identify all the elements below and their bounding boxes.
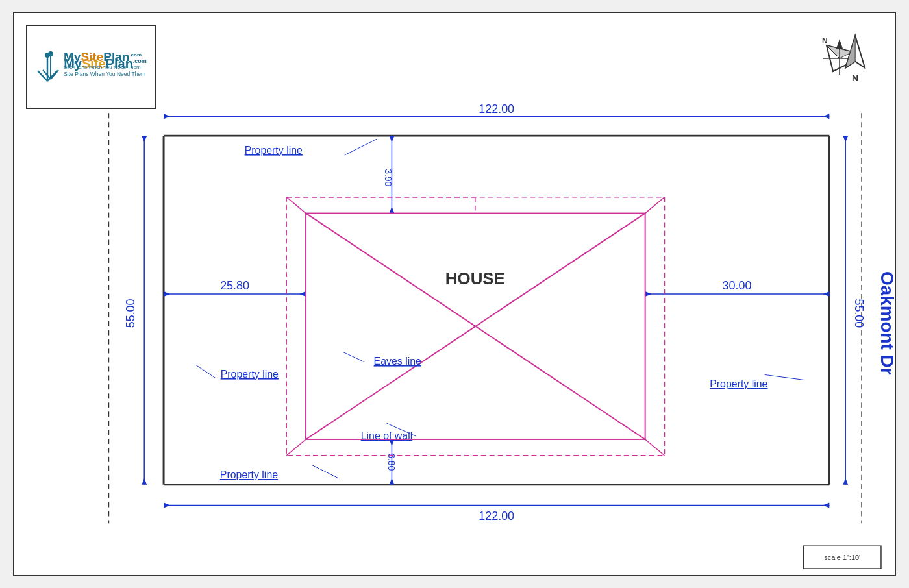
svg-point-63	[48, 51, 53, 56]
dim-left-setback: 25.80	[220, 279, 249, 292]
svg-line-61	[43, 70, 51, 79]
svg-marker-23	[142, 136, 147, 142]
svg-line-50	[345, 139, 377, 155]
property-line-bottom-label: Property line	[220, 469, 278, 480]
svg-line-46	[286, 439, 306, 456]
logo-box: MySitePlan.com Site Plans When You Need …	[26, 25, 156, 109]
property-line-top-label: Property line	[245, 145, 303, 156]
street-name-label: Oakmont Dr	[877, 271, 895, 375]
svg-line-62	[51, 70, 58, 79]
svg-marker-17	[164, 114, 170, 119]
property-line-right-label: Property line	[710, 378, 767, 389]
svg-marker-26	[843, 136, 848, 142]
eaves-line-label: Eaves line	[374, 356, 422, 367]
dim-bottom-width: 122.00	[479, 509, 514, 522]
house-label: HOUSE	[445, 269, 505, 288]
scale-label: scale 1":10'	[824, 554, 860, 561]
svg-marker-35	[164, 291, 170, 297]
svg-line-52	[765, 374, 804, 380]
svg-marker-38	[645, 291, 652, 297]
svg-line-53	[312, 465, 338, 478]
property-line-left-label: Property line	[221, 369, 279, 380]
svg-marker-20	[164, 503, 170, 508]
line-of-wall-label: Line of wall	[361, 430, 413, 441]
svg-line-54	[343, 352, 364, 362]
svg-marker-30	[389, 207, 394, 214]
dim-top-width: 122.00	[479, 103, 514, 116]
svg-marker-29	[389, 136, 394, 142]
dim-top-setback: 3.90	[383, 169, 393, 186]
svg-marker-33	[389, 478, 394, 485]
svg-marker-18	[823, 114, 829, 119]
svg-line-47	[645, 439, 665, 456]
dim-left-height: 55.00	[124, 299, 137, 328]
dim-right-height: 55.00	[853, 299, 865, 328]
drawing-page: MySitePlan.com Site Plans When You Need …	[13, 12, 896, 576]
svg-marker-24	[142, 478, 147, 485]
svg-marker-27	[843, 478, 848, 485]
svg-marker-39	[823, 291, 829, 297]
svg-marker-36	[299, 291, 306, 297]
dim-right-setback: 30.00	[723, 279, 752, 292]
svg-marker-21	[823, 503, 829, 508]
svg-line-45	[645, 197, 665, 214]
compass-icon	[40, 51, 61, 83]
svg-text:N: N	[852, 73, 858, 83]
svg-line-44	[286, 197, 306, 214]
svg-line-51	[196, 365, 216, 378]
logo-tagline-text: Site Plans When You Need Them	[64, 64, 142, 70]
